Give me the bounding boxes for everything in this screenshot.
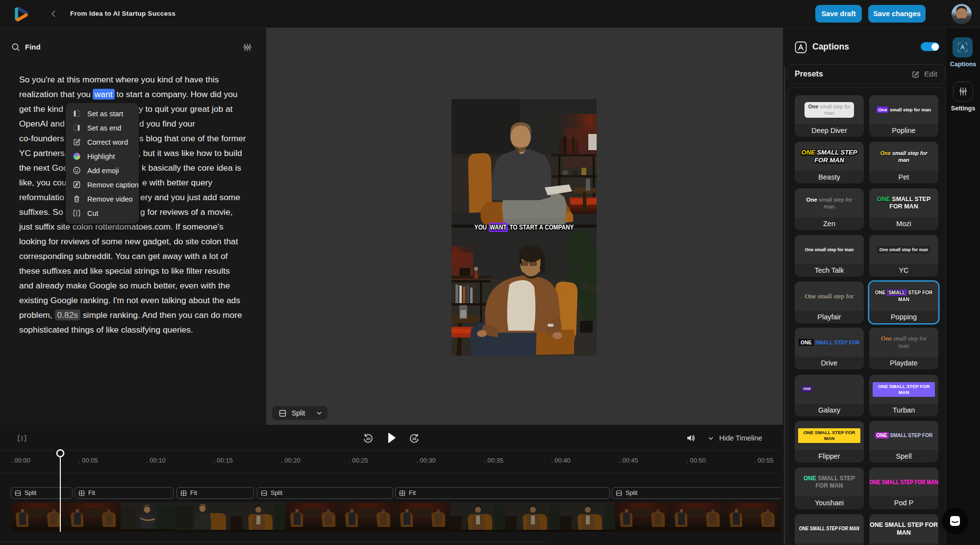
svg-text:10: 10 [366, 437, 370, 441]
svg-text:10: 10 [412, 437, 416, 441]
